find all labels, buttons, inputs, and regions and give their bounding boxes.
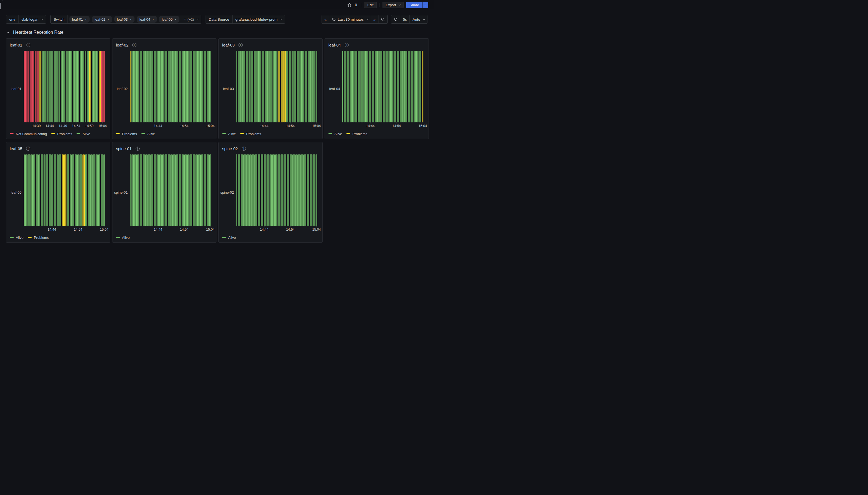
status-bar-alive[interactable] bbox=[59, 154, 61, 226]
status-bar-alive[interactable] bbox=[278, 154, 280, 226]
status-bar-alive[interactable] bbox=[207, 154, 209, 226]
status-bar-alive[interactable] bbox=[297, 51, 299, 122]
status-bar-alive[interactable] bbox=[292, 154, 295, 226]
status-bar-alive[interactable] bbox=[363, 51, 366, 122]
status-bar-alive[interactable] bbox=[162, 51, 164, 122]
status-bar-alive[interactable] bbox=[255, 154, 258, 226]
status-bar-alive[interactable] bbox=[92, 51, 94, 122]
export-button[interactable]: Export bbox=[382, 2, 404, 8]
legend-item-alive[interactable]: Alive bbox=[116, 236, 130, 240]
status-bar-alive[interactable] bbox=[369, 51, 371, 122]
status-bar-alive[interactable] bbox=[383, 51, 385, 122]
status-bar-alive[interactable] bbox=[196, 154, 198, 226]
status-bar-alive[interactable] bbox=[56, 154, 59, 226]
status-bar-alive[interactable] bbox=[299, 51, 302, 122]
status-bar-alive[interactable] bbox=[49, 154, 51, 226]
status-bar-alive[interactable] bbox=[140, 154, 142, 226]
status-bar-alive[interactable] bbox=[386, 51, 388, 122]
status-bar-alive[interactable] bbox=[243, 154, 246, 226]
scrollbar-fragment[interactable] bbox=[0, 3, 1, 9]
status-bar-alive[interactable] bbox=[151, 51, 153, 122]
status-bar-alive[interactable] bbox=[68, 51, 70, 122]
status-bar-alive[interactable] bbox=[292, 51, 294, 122]
status-bar-alive[interactable] bbox=[389, 51, 391, 122]
status-bar-alive[interactable] bbox=[134, 51, 136, 122]
status-bar-problems[interactable] bbox=[99, 51, 101, 122]
status-bar-alive[interactable] bbox=[342, 51, 343, 122]
status-bar-alive[interactable] bbox=[305, 51, 307, 122]
status-bar-alive[interactable] bbox=[179, 51, 181, 122]
status-bar-alive[interactable] bbox=[246, 154, 249, 226]
status-bar-alive[interactable] bbox=[72, 154, 74, 226]
status-bar-alive[interactable] bbox=[165, 51, 167, 122]
refresh-mode-dropdown[interactable]: Auto bbox=[409, 15, 427, 23]
panel-header[interactable]: leaf-02 i bbox=[112, 39, 216, 49]
share-button[interactable]: Share bbox=[406, 2, 422, 8]
status-bar-alive[interactable] bbox=[170, 51, 173, 122]
status-bar-alive[interactable] bbox=[284, 154, 286, 226]
status-bar-alive[interactable] bbox=[63, 51, 65, 122]
status-bar-alive[interactable] bbox=[416, 51, 419, 122]
status-bar-alive[interactable] bbox=[204, 154, 206, 226]
status-bar-alive[interactable] bbox=[73, 51, 75, 122]
switch-chip-leaf-05[interactable]: leaf-05× bbox=[159, 16, 179, 22]
status-bar-alive[interactable] bbox=[140, 51, 142, 122]
status-bar-alive[interactable] bbox=[307, 154, 309, 226]
status-bar-problems[interactable] bbox=[62, 154, 64, 226]
status-bar-alive[interactable] bbox=[88, 154, 90, 226]
edit-button[interactable]: Edit bbox=[364, 2, 377, 8]
status-bar-alive[interactable] bbox=[168, 154, 170, 226]
status-bar-alive[interactable] bbox=[54, 154, 56, 226]
status-bar-alive[interactable] bbox=[67, 154, 69, 226]
status-bar-alive[interactable] bbox=[176, 51, 178, 122]
status-bar-alive[interactable] bbox=[145, 154, 148, 226]
switch-overflow-dropdown[interactable]: × (+2) bbox=[181, 15, 201, 23]
status-bar-not-communicating[interactable] bbox=[25, 51, 27, 122]
status-bar-alive[interactable] bbox=[54, 51, 55, 122]
status-bar-alive[interactable] bbox=[184, 51, 186, 122]
status-bar-alive[interactable] bbox=[355, 51, 357, 122]
status-bar-alive[interactable] bbox=[400, 51, 402, 122]
time-range-picker[interactable]: Last 30 minutes bbox=[329, 15, 371, 23]
status-bar-alive[interactable] bbox=[259, 51, 261, 122]
status-bar-alive[interactable] bbox=[80, 154, 82, 226]
status-bar-alive[interactable] bbox=[170, 154, 173, 226]
info-icon[interactable]: i bbox=[135, 147, 140, 151]
status-bar-alive[interactable] bbox=[162, 154, 164, 226]
status-bar-alive[interactable] bbox=[310, 51, 313, 122]
status-bar-alive[interactable] bbox=[159, 51, 162, 122]
status-bar-not-communicating[interactable] bbox=[35, 51, 37, 122]
legend-item-alive[interactable]: Alive bbox=[141, 132, 155, 136]
status-bar-alive[interactable] bbox=[262, 51, 264, 122]
status-bar-alive[interactable] bbox=[391, 51, 393, 122]
status-bar-alive[interactable] bbox=[352, 51, 355, 122]
status-bar-alive[interactable] bbox=[413, 51, 416, 122]
refresh-button[interactable] bbox=[391, 15, 400, 23]
status-bar-alive[interactable] bbox=[270, 51, 272, 122]
status-bar-alive[interactable] bbox=[145, 51, 148, 122]
status-bar-alive[interactable] bbox=[168, 51, 170, 122]
share-menu-button[interactable] bbox=[422, 2, 428, 8]
status-bar-alive[interactable] bbox=[190, 51, 192, 122]
status-bar-alive[interactable] bbox=[33, 154, 35, 226]
status-bar-alive[interactable] bbox=[243, 51, 245, 122]
status-bar-alive[interactable] bbox=[61, 51, 63, 122]
datasource-value-dropdown[interactable]: grafanacloud-hhdev-prom bbox=[232, 15, 285, 23]
status-bar-not-communicating[interactable] bbox=[37, 51, 39, 122]
status-bar-alive[interactable] bbox=[258, 154, 260, 226]
status-bar-alive[interactable] bbox=[187, 154, 190, 226]
status-bar-alive[interactable] bbox=[377, 51, 379, 122]
status-bar-alive[interactable] bbox=[315, 154, 317, 226]
status-bar-alive[interactable] bbox=[44, 51, 46, 122]
remove-chip-icon[interactable]: × bbox=[130, 17, 132, 21]
clear-all-icon[interactable]: × bbox=[184, 17, 186, 21]
status-bar-not-communicating[interactable] bbox=[103, 51, 105, 122]
status-bar-alive[interactable] bbox=[101, 154, 103, 226]
status-bar-alive[interactable] bbox=[201, 51, 203, 122]
status-bar-alive[interactable] bbox=[411, 51, 413, 122]
row-section-header[interactable]: Heartbeat Reception Rate bbox=[6, 29, 434, 36]
status-bar-alive[interactable] bbox=[75, 154, 77, 226]
status-bar-alive[interactable] bbox=[98, 154, 100, 226]
status-bar-alive[interactable] bbox=[157, 51, 159, 122]
status-bar-alive[interactable] bbox=[198, 154, 200, 226]
